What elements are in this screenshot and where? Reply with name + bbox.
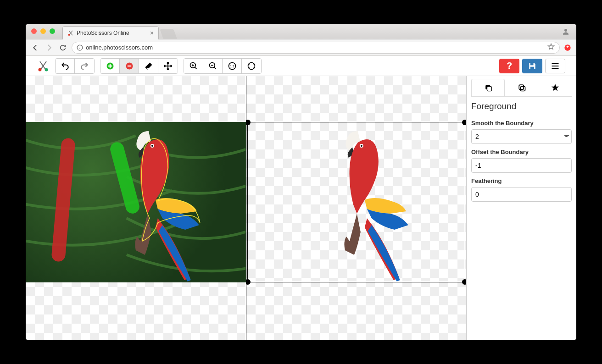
feathering-input[interactable] [471, 187, 572, 202]
section-title: Foreground [471, 101, 572, 111]
profile-icon[interactable] [562, 28, 570, 38]
back-button[interactable] [30, 43, 40, 53]
svg-point-1 [564, 29, 567, 32]
close-tab-button[interactable]: × [150, 29, 154, 37]
svg-rect-17 [530, 66, 534, 69]
toolbar-right: ? [499, 59, 565, 73]
zoom-out-button[interactable] [203, 59, 223, 73]
redo-button[interactable] [75, 59, 94, 73]
zoom-in-button[interactable] [184, 59, 203, 73]
move-button[interactable] [158, 59, 178, 73]
svg-rect-10 [127, 65, 131, 66]
background-marker-button[interactable] [120, 59, 139, 73]
fullscreen-window-button[interactable] [50, 28, 55, 34]
browser-tabs: PhotoScissors Online × [62, 24, 175, 39]
address-bar: online.photoscissors.com [26, 39, 576, 56]
offset-label: Offset the Boundary [471, 149, 572, 155]
menu-button[interactable] [545, 59, 565, 73]
svg-point-6 [39, 68, 42, 71]
svg-rect-27 [519, 85, 524, 89]
svg-rect-28 [520, 87, 525, 91]
app-toolbar: 1:1 ? [26, 56, 576, 76]
titlebar: PhotoScissors Online × [26, 24, 576, 39]
star-icon [551, 83, 560, 92]
svg-point-7 [45, 68, 48, 71]
save-button[interactable] [522, 59, 542, 73]
svg-point-22 [151, 145, 153, 147]
bookmark-star-icon[interactable] [547, 43, 555, 52]
undo-button[interactable] [56, 59, 75, 73]
tab-background[interactable] [505, 79, 538, 96]
original-panel[interactable] [26, 76, 246, 340]
save-icon [528, 61, 537, 71]
url-input[interactable]: online.photoscissors.com [72, 42, 560, 54]
eraser-button[interactable] [139, 59, 158, 73]
result-image [246, 122, 467, 282]
offset-input[interactable] [471, 158, 572, 173]
foreground-tab-icon [484, 83, 493, 92]
app-logo-icon [37, 60, 50, 72]
zoom-actual-button[interactable]: 1:1 [223, 59, 242, 73]
new-tab-button[interactable] [160, 29, 177, 39]
smooth-select[interactable]: 2 [471, 129, 572, 144]
svg-point-24 [361, 145, 362, 147]
properties-sidebar: Foreground Smooth the Boundary 2 Offset … [466, 76, 576, 340]
background-tab-icon [517, 83, 526, 92]
sidebar-tabs [471, 79, 572, 97]
history-group [55, 58, 95, 74]
reload-button[interactable] [58, 43, 68, 53]
feathering-label: Feathering [471, 177, 572, 184]
canvas-area [26, 76, 466, 340]
parrot-cutout-illustration [301, 122, 433, 282]
svg-rect-16 [530, 63, 534, 65]
extension-icon[interactable] [563, 44, 572, 52]
svg-text:1:1: 1:1 [230, 64, 234, 67]
original-image [26, 122, 246, 282]
tab-effects[interactable] [538, 79, 572, 96]
foreground-marker-button[interactable] [100, 59, 120, 73]
result-panel[interactable] [246, 76, 467, 340]
forward-button[interactable] [44, 43, 54, 53]
favicon-icon [67, 30, 74, 36]
tab-foreground[interactable] [471, 79, 505, 96]
marker-tools-group [100, 58, 178, 74]
minimize-window-button[interactable] [40, 28, 46, 34]
svg-point-0 [68, 34, 70, 36]
close-window-button[interactable] [31, 28, 37, 34]
help-icon: ? [507, 61, 512, 71]
zoom-fit-button[interactable] [242, 59, 261, 73]
app-window: PhotoScissors Online × online.photosciss… [26, 24, 576, 340]
hamburger-icon [551, 61, 560, 71]
browser-tab-active[interactable]: PhotoScissors Online × [62, 26, 159, 39]
window-controls [31, 28, 55, 34]
svg-point-15 [248, 62, 255, 69]
svg-rect-26 [487, 87, 491, 91]
workspace: Foreground Smooth the Boundary 2 Offset … [26, 76, 576, 340]
help-button[interactable]: ? [499, 59, 519, 73]
site-info-icon[interactable] [77, 44, 83, 51]
zoom-group: 1:1 [184, 58, 262, 74]
tab-title: PhotoScissors Online [77, 30, 129, 36]
smooth-label: Smooth the Boundary [471, 120, 572, 127]
url-text: online.photoscissors.com [86, 44, 153, 51]
